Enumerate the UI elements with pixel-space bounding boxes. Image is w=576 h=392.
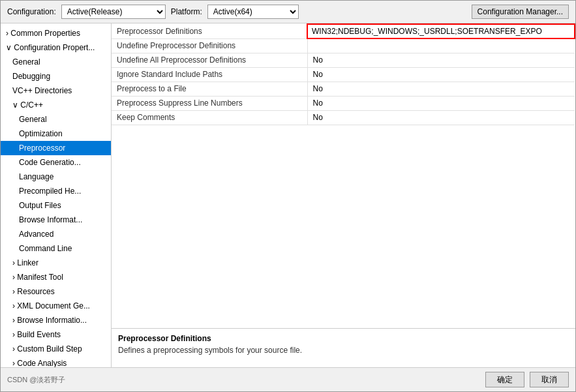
sidebar-item-code-generation[interactable]: Code Generatio... [1, 155, 111, 170]
table-row[interactable]: Ignore Standard Include PathsNo [112, 67, 575, 82]
property-name: Preprocessor Definitions [112, 24, 307, 38]
property-value: No [307, 110, 575, 125]
property-value: WIN32;NDEBUG;_WINDOWS;_USRDLL;SOETRANSFE… [307, 24, 575, 38]
property-name: Undefine Preprocessor Definitions [112, 38, 307, 53]
property-value: No [307, 96, 575, 110]
config-manager-button[interactable]: Configuration Manager... [472, 5, 569, 19]
sidebar-item-resources[interactable]: › Resources [1, 284, 111, 299]
platform-label: Platform: [171, 7, 202, 16]
table-row[interactable]: Undefine Preprocessor Definitions [112, 38, 575, 53]
sidebar-item-code-analysis[interactable]: › Code Analysis [1, 356, 111, 367]
bottom-bar: CSDN @淡若野子 确定 取消 [1, 367, 575, 391]
property-name: Undefine All Preprocessor Definitions [112, 53, 307, 67]
property-value: No [307, 53, 575, 67]
top-bar: Configuration: Active(Release) Platform:… [1, 1, 575, 23]
sidebar-item-debugging[interactable]: Debugging [1, 69, 111, 83]
sidebar-item-common-properties[interactable]: › Common Properties [1, 26, 111, 40]
sidebar-item-advanced[interactable]: Advanced [1, 227, 111, 241]
properties-table: Preprocessor DefinitionsWIN32;NDEBUG;_WI… [112, 23, 575, 125]
sidebar-item-c-cpp[interactable]: ∨ C/C++ [1, 98, 111, 112]
property-name: Preprocess to a File [112, 82, 307, 96]
sidebar: › Common Properties∨ Configuration Prope… [1, 23, 112, 367]
description-text: Defines a preprocessing symbols for your… [118, 346, 569, 355]
sidebar-item-precompiled-headers[interactable]: Precompiled He... [1, 184, 111, 198]
sidebar-item-browse-information[interactable]: Browse Informat... [1, 213, 111, 227]
right-panel: Preprocessor DefinitionsWIN32;NDEBUG;_WI… [112, 23, 575, 367]
sidebar-item-vc-directories[interactable]: VC++ Directories [1, 83, 111, 98]
property-value: No [307, 67, 575, 82]
sidebar-item-general2[interactable]: General [1, 112, 111, 127]
sidebar-item-xml-document[interactable]: › XML Document Ge... [1, 299, 111, 313]
properties-dialog: Configuration: Active(Release) Platform:… [0, 0, 576, 392]
property-value [307, 38, 575, 53]
sidebar-item-output-files[interactable]: Output Files [1, 198, 111, 213]
sidebar-item-configuration-properties[interactable]: ∨ Configuration Propert... [1, 40, 111, 55]
configuration-select[interactable]: Active(Release) [61, 5, 166, 19]
property-name: Keep Comments [112, 110, 307, 125]
ok-button[interactable]: 确定 [485, 372, 524, 387]
cancel-button[interactable]: 取消 [530, 372, 569, 387]
properties-table-container: Preprocessor DefinitionsWIN32;NDEBUG;_WI… [112, 23, 575, 328]
sidebar-item-custom-build-step[interactable]: › Custom Build Step [1, 342, 111, 356]
sidebar-item-language[interactable]: Language [1, 170, 111, 184]
property-value: No [307, 82, 575, 96]
sidebar-item-linker[interactable]: › Linker [1, 256, 111, 270]
table-row[interactable]: Preprocess to a FileNo [112, 82, 575, 96]
property-name: Ignore Standard Include Paths [112, 67, 307, 82]
sidebar-item-command-line[interactable]: Command Line [1, 241, 111, 256]
sidebar-item-browse-information2[interactable]: › Browse Informatio... [1, 313, 111, 327]
description-panel: Preprocessor Definitions Defines a prepr… [112, 328, 575, 367]
table-row[interactable]: Preprocess Suppress Line NumbersNo [112, 96, 575, 110]
platform-select[interactable]: Active(x64) [207, 5, 299, 19]
watermark: CSDN @淡若野子 [7, 375, 65, 385]
config-label: Configuration: [7, 7, 56, 16]
sidebar-item-general[interactable]: General [1, 55, 111, 69]
table-row[interactable]: Keep CommentsNo [112, 110, 575, 125]
sidebar-item-preprocessor[interactable]: Preprocessor [1, 141, 111, 155]
table-row[interactable]: Undefine All Preprocessor DefinitionsNo [112, 53, 575, 67]
property-name: Preprocess Suppress Line Numbers [112, 96, 307, 110]
description-title: Preprocessor Definitions [118, 334, 569, 343]
sidebar-item-optimization[interactable]: Optimization [1, 127, 111, 141]
sidebar-item-manifest-tool[interactable]: › Manifest Tool [1, 270, 111, 284]
main-content: › Common Properties∨ Configuration Prope… [1, 23, 575, 367]
sidebar-item-build-events[interactable]: › Build Events [1, 327, 111, 342]
table-row[interactable]: Preprocessor DefinitionsWIN32;NDEBUG;_WI… [112, 24, 575, 38]
